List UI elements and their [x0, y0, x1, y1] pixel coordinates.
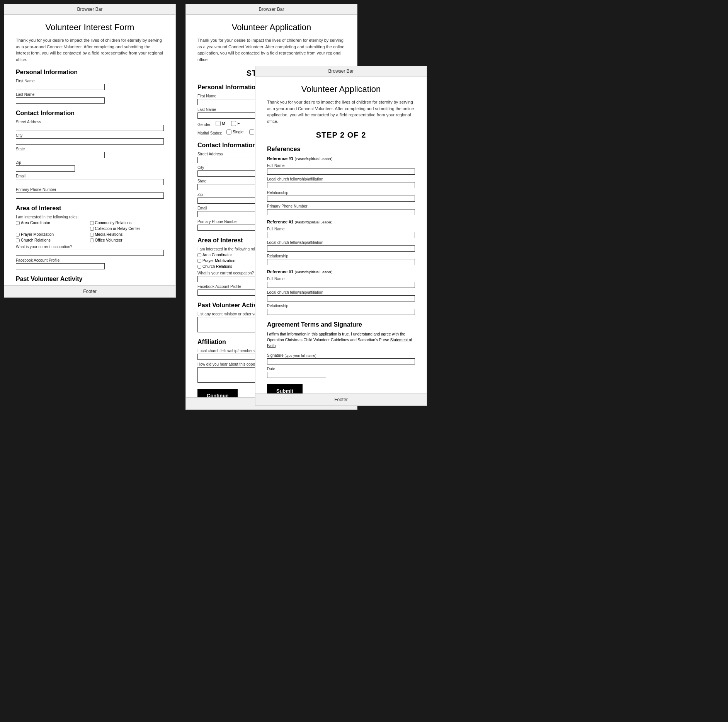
window-interest-form: Browser Bar Volunteer Interest Form Than…: [4, 4, 176, 298]
window1-content: Volunteer Interest Form Thank you for yo…: [4, 15, 175, 285]
window-application-step2: Browser Bar Volunteer Application Thank …: [255, 66, 427, 406]
ref2-relationship-input[interactable]: [267, 259, 415, 265]
ref1-church-input[interactable]: [267, 182, 415, 188]
street-input[interactable]: [16, 125, 164, 131]
checkbox-office-volunteer[interactable]: [90, 238, 94, 242]
form-description-3: Thank you for your desire to impact the …: [267, 99, 415, 124]
marital-married-checkbox[interactable]: [249, 129, 254, 135]
section-interest-title: Area of Interest: [16, 205, 164, 212]
role-prayer-mobilization: Prayer Mobilization: [16, 232, 90, 237]
ref2-fullname-input[interactable]: [267, 232, 415, 238]
agreement-text: I affirm that information in this applic…: [267, 331, 415, 349]
city-input[interactable]: [16, 138, 164, 145]
checkbox-church-relations[interactable]: [16, 238, 20, 242]
step-indicator-2: STEP 2 OF 2: [267, 131, 415, 140]
ref1-phone-input[interactable]: [267, 209, 415, 215]
section-references-title: References: [267, 146, 415, 153]
state-label: State: [16, 147, 164, 151]
checkbox-area-coordinator[interactable]: [16, 221, 20, 225]
occupation-input[interactable]: [16, 250, 164, 256]
browser-bar-1: Browser Bar: [4, 4, 175, 15]
ref1-church-label: Local church fellowship/affiliation: [267, 177, 415, 181]
roles-group: Area Coordinator Community Relations Col…: [16, 221, 164, 242]
checkbox-prayer-mobilization[interactable]: [16, 233, 20, 237]
gender-f-checkbox[interactable]: [231, 121, 236, 126]
window3-content: Volunteer Application Thank you for your…: [255, 77, 427, 393]
form-title-2: Volunteer Application: [197, 22, 345, 32]
checkbox-church-relations-2[interactable]: [197, 265, 201, 269]
zip-input[interactable]: [16, 165, 75, 172]
phone-label: Primary Phone Number: [16, 187, 164, 192]
ref2-relationship-label: Relationship: [267, 254, 415, 258]
ref1-fullname-label: Full Name: [267, 163, 415, 168]
ref2-church-label: Local church fellowship/affiliation: [267, 240, 415, 245]
ref3-fullname-label: Full Name: [267, 277, 415, 281]
submit-button-3[interactable]: Submit: [267, 384, 303, 393]
ref2-fullname-label: Full Name: [267, 227, 415, 231]
occupation-label: What is your current occupation?: [16, 245, 164, 249]
reference-1-group: Reference #1 (Pastor/Spiritual Leader) F…: [267, 156, 415, 215]
zip-input-2[interactable]: [197, 198, 257, 204]
marital-single-checkbox[interactable]: [226, 129, 231, 135]
gender-m-checkbox[interactable]: [216, 121, 221, 126]
role-community-relations: Community Relations: [90, 221, 164, 225]
ref1-phone-label: Primary Phone Number: [267, 204, 415, 208]
section-agreement-title: Agreement Terms and Signature: [267, 321, 415, 328]
section-personal-title: Personal Information: [16, 69, 164, 76]
last-name-input[interactable]: [16, 97, 105, 104]
form-description-1: Thank you for your desire to impact the …: [16, 37, 164, 63]
role-note: I am interested in the following roles:: [16, 215, 164, 219]
facebook-input[interactable]: [16, 263, 105, 269]
signature-label: Signature (type your full name): [267, 353, 415, 358]
reference-3-group: Reference #1 (Pastor/Spiritual Leader) F…: [267, 269, 415, 315]
date-label: Date: [267, 367, 415, 371]
ref2-label: Reference #1 (Pastor/Spiritual Leader): [267, 219, 415, 225]
ref2-church-input[interactable]: [267, 245, 415, 252]
marital-label: Marital Status:: [197, 131, 222, 135]
marital-single-label: Single: [226, 129, 243, 135]
checkbox-media-relations[interactable]: [90, 233, 94, 237]
footer-3: Footer: [255, 393, 427, 405]
checkbox-community-relations[interactable]: [90, 221, 94, 225]
ref3-church-label: Local church fellowship/affiliation: [267, 290, 415, 295]
email-label: Email: [16, 174, 164, 178]
state-input[interactable]: [16, 152, 105, 158]
ref1-fullname-input[interactable]: [267, 169, 415, 175]
ref1-relationship-label: Relationship: [267, 191, 415, 195]
street-label: Street Address: [16, 120, 164, 124]
ref3-relationship-input[interactable]: [267, 309, 415, 315]
gender-label: Gender:: [197, 123, 211, 127]
checkbox-collection-relay[interactable]: [90, 227, 94, 231]
ref3-relationship-label: Relationship: [267, 304, 415, 308]
role-church-relations: Church Relations: [16, 238, 90, 242]
gender-m-label: M: [216, 121, 225, 126]
email-input[interactable]: [16, 179, 164, 185]
section-contact-title: Contact Information: [16, 110, 164, 117]
browser-bar-2: Browser Bar: [186, 4, 357, 15]
date-input[interactable]: [267, 372, 326, 378]
reference-2-group: Reference #1 (Pastor/Spiritual Leader) F…: [267, 219, 415, 265]
statement-of-faith-link[interactable]: Statement of Faith: [267, 338, 412, 348]
phone-input[interactable]: [16, 192, 164, 199]
role-collection-relay: Collection or Relay Center: [90, 226, 164, 231]
checkbox-prayer-mobilization-2[interactable]: [197, 259, 201, 263]
form-title-1: Volunteer Interest Form: [16, 22, 164, 32]
ref1-label: Reference #1 (Pastor/Spiritual Leader): [267, 156, 415, 161]
last-name-label: Last Name: [16, 92, 164, 97]
gender-f-label: F: [231, 121, 240, 126]
city-label: City: [16, 133, 164, 138]
ref3-fullname-input[interactable]: [267, 282, 415, 288]
first-name-input[interactable]: [16, 84, 105, 90]
ref3-label: Reference #1 (Pastor/Spiritual Leader): [267, 269, 415, 274]
section-past-volunteer-title: Past Volunteer Activity: [16, 276, 164, 283]
ref3-church-input[interactable]: [267, 295, 415, 301]
browser-bar-3: Browser Bar: [255, 66, 427, 77]
form-description-2: Thank you for your desire to impact the …: [197, 37, 345, 63]
signature-input[interactable]: [267, 358, 415, 364]
role-office-volunteer: Office Volunteer: [90, 238, 164, 242]
facebook-label: Facebook Account Profile: [16, 258, 164, 262]
form-title-3: Volunteer Application: [267, 84, 415, 94]
ref1-relationship-input[interactable]: [267, 196, 415, 202]
checkbox-area-coordinator-2[interactable]: [197, 253, 201, 257]
continue-button[interactable]: Continue: [197, 389, 238, 397]
